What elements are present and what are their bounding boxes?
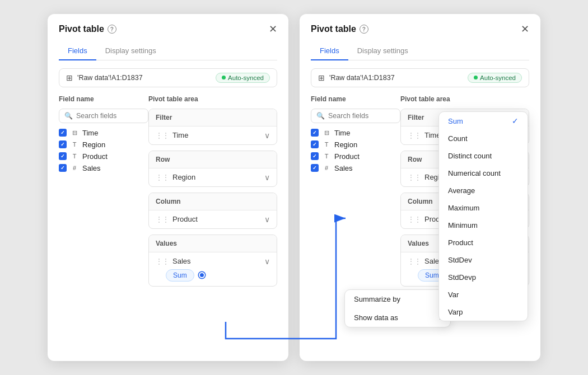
left-search-icon: 🔍 [64, 112, 73, 120]
left-search-input[interactable] [76, 112, 143, 120]
left-row-item-label: Region [172, 173, 195, 181]
left-panel-title: Pivot table ? [59, 24, 116, 34]
right-checkbox-product[interactable] [311, 152, 319, 160]
left-checkbox-product[interactable] [59, 152, 67, 160]
left-column-drag-handle[interactable]: ⋮⋮ [156, 215, 169, 223]
dropdown-sum-label: Sum [448, 117, 463, 125]
right-filter-drag-item: ⋮⋮ Time [408, 131, 440, 139]
dropdown-item-count[interactable]: Count [439, 130, 528, 147]
right-help-icon[interactable]: ? [360, 25, 368, 34]
summarize-by-item[interactable]: Summarize by › [345, 290, 450, 308]
dropdown-average-label: Average [448, 186, 475, 195]
left-label-sales: Sales [82, 164, 101, 172]
left-close-button[interactable]: ✕ [269, 24, 277, 34]
left-values-row: ⋮⋮ Sales ∨ [156, 257, 270, 266]
dropdown-minimum-label: Minimum [448, 221, 478, 229]
left-pivot-area-col: Pivot table area Filter ⋮⋮ Time ∨ [148, 95, 277, 292]
left-filter-body: ⋮⋮ Time ∨ [149, 126, 277, 144]
dropdown-distinct-count-label: Distinct count [448, 152, 492, 160]
left-column-chevron[interactable]: ∨ [264, 215, 270, 224]
right-row-drag-handle[interactable]: ⋮⋮ [408, 174, 421, 181]
dropdown-item-numerical-count[interactable]: Numerical count [439, 165, 528, 182]
left-column-body: ⋮⋮ Product ∨ [149, 210, 277, 228]
right-field-sales: # Sales [311, 164, 400, 172]
dropdown-item-var[interactable]: Var [439, 286, 528, 303]
dropdown-product-label: Product [448, 238, 473, 247]
dropdown-item-stddev[interactable]: StdDev [439, 251, 528, 269]
right-checkbox-time[interactable] [311, 129, 319, 137]
dropdown-item-maximum[interactable]: Maximum [439, 199, 528, 217]
right-label-time: Time [334, 129, 350, 137]
left-filter-drag-handle[interactable]: ⋮⋮ [156, 132, 169, 139]
right-label-sales: Sales [334, 164, 353, 172]
right-pivot-area-header: Pivot table area [400, 95, 529, 103]
right-checkbox-sales[interactable] [311, 164, 319, 172]
left-values-chevron[interactable]: ∨ [264, 257, 270, 266]
left-tab-fields[interactable]: Fields [59, 42, 96, 60]
dropdown-item-average[interactable]: Average [439, 182, 528, 199]
left-field-name-col: Field name 🔍 ⊟ Time T Region [59, 95, 148, 292]
left-search-box[interactable]: 🔍 [59, 109, 148, 123]
right-panel-header: Pivot table ? ✕ [300, 14, 540, 34]
left-pivot-panel: Pivot table ? ✕ Fields Display settings … [48, 14, 288, 361]
left-row-section: Row ⋮⋮ Region ∨ [148, 151, 277, 187]
dropdown-item-product[interactable]: Product [439, 234, 528, 251]
left-checkbox-sales[interactable] [59, 164, 67, 172]
left-checkbox-region[interactable] [59, 140, 67, 148]
left-sum-row: Sum [156, 269, 205, 282]
left-label-product: Product [82, 152, 108, 161]
left-filter-header: Filter [149, 109, 277, 126]
dropdown-var-label: Var [448, 290, 459, 299]
right-label-product: Product [334, 152, 360, 161]
right-filter-drag-handle[interactable]: ⋮⋮ [408, 132, 421, 139]
right-field-list: ⊟ Time T Region T Product [311, 129, 400, 172]
aggregation-dropdown: Sum ✓ Count Distinct count Numerical cou… [438, 111, 528, 321]
right-field-product: T Product [311, 152, 400, 161]
left-label-time: Time [82, 129, 98, 137]
right-type-icon-product: T [323, 153, 330, 160]
left-field-region: T Region [59, 140, 148, 149]
left-checkbox-time[interactable] [59, 129, 67, 137]
right-values-drag-handle[interactable]: ⋮⋮ [408, 257, 421, 265]
left-filter-chevron[interactable]: ∨ [264, 131, 270, 140]
right-grid-icon: ⊞ [318, 73, 325, 82]
right-close-button[interactable]: ✕ [521, 24, 529, 34]
summarize-by-label: Summarize by [354, 295, 400, 303]
left-row-drag-item: ⋮⋮ Region [156, 173, 195, 181]
right-checkbox-region[interactable] [311, 140, 319, 148]
left-grid-icon: ⊞ [66, 73, 73, 82]
right-tab-display-settings[interactable]: Display settings [348, 42, 417, 60]
right-tabs: Fields Display settings [311, 42, 529, 60]
right-search-input[interactable] [328, 112, 395, 120]
right-column-drag-handle[interactable]: ⋮⋮ [408, 215, 421, 223]
right-panel-title: Pivot table ? [311, 24, 368, 34]
left-area-sections: Filter ⋮⋮ Time ∨ Row [148, 109, 277, 292]
right-tab-fields[interactable]: Fields [311, 42, 348, 60]
left-blue-dot [199, 272, 205, 278]
dropdown-item-sum[interactable]: Sum ✓ [439, 112, 528, 130]
show-data-as-item[interactable]: Show data as › [345, 308, 450, 327]
left-datasource-label: 'Raw data'!A1:D1837 [77, 74, 211, 82]
dropdown-item-stddevp[interactable]: StdDevp [439, 269, 528, 286]
dropdown-stddev-label: StdDev [448, 256, 472, 264]
dropdown-item-distinct-count[interactable]: Distinct count [439, 147, 528, 165]
left-row-chevron[interactable]: ∨ [264, 173, 270, 182]
left-datasource-bar: ⊞ 'Raw data'!A1:D1837 Auto-synced [59, 68, 277, 87]
dropdown-item-minimum[interactable]: Minimum [439, 217, 528, 234]
left-row-drag-handle[interactable]: ⋮⋮ [156, 174, 169, 181]
right-pivot-panel: Pivot table ? ✕ Fields Display settings … [300, 14, 540, 361]
right-datasource-bar: ⊞ 'Raw data'!A1:D1837 Auto-synced [311, 68, 529, 87]
left-column-drag-item: ⋮⋮ Product [156, 215, 198, 223]
left-auto-synced: Auto-synced [216, 73, 270, 83]
left-sum-pill[interactable]: Sum [166, 269, 194, 282]
left-filter-drag-item: ⋮⋮ Time [156, 131, 188, 139]
left-tab-display-settings[interactable]: Display settings [96, 42, 165, 60]
left-pivot-area-header: Pivot table area [148, 95, 277, 103]
dropdown-item-varp[interactable]: Varp [439, 303, 528, 321]
right-field-time: ⊟ Time [311, 129, 400, 137]
left-field-product: T Product [59, 152, 148, 161]
left-values-drag-handle[interactable]: ⋮⋮ [156, 257, 169, 265]
right-search-box[interactable]: 🔍 [311, 109, 400, 123]
left-help-icon[interactable]: ? [108, 25, 116, 34]
left-column-item-label: Product [172, 215, 198, 223]
